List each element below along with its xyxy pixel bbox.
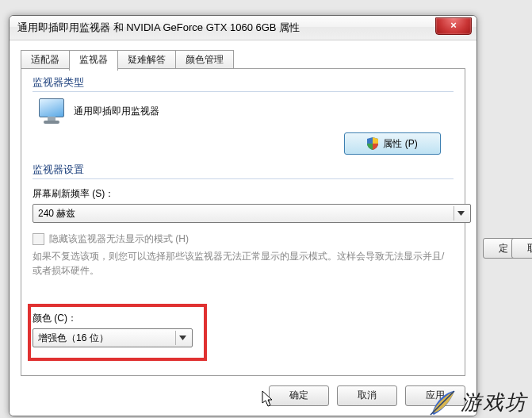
tab-color-management[interactable]: 颜色管理 [175, 50, 234, 69]
chevron-down-icon [454, 206, 468, 221]
cancel-button[interactable]: 取消 [337, 385, 397, 406]
watermark-text: 游戏坊 [461, 389, 527, 416]
background-button-set-label: 定 [499, 243, 508, 254]
dialog-title: 通用即插即用监视器 和 NVIDIA GeForce GTX 1060 6GB … [17, 21, 300, 35]
refresh-rate-combo[interactable]: 240 赫兹 [33, 204, 471, 223]
color-depth-label: 颜色 (C)： [33, 312, 454, 325]
hide-modes-checkbox[interactable] [33, 233, 44, 245]
hide-modes-label: 隐藏该监视器无法显示的模式 (H) [49, 232, 189, 246]
tab-adapter[interactable]: 适配器 [21, 50, 70, 69]
cancel-button-label: 取消 [358, 389, 377, 401]
background-button-cancel[interactable]: 取 [511, 238, 532, 259]
titlebar[interactable]: 通用即插即用监视器 和 NVIDIA GeForce GTX 1060 6GB … [10, 16, 477, 40]
color-depth-value: 增强色（16 位） [38, 332, 109, 345]
monitor-icon [37, 97, 66, 125]
tab-troubleshoot[interactable]: 疑难解答 [117, 50, 176, 69]
properties-dialog: 通用即插即用监视器 和 NVIDIA GeForce GTX 1060 6GB … [9, 15, 477, 416]
tab-adapter-label: 适配器 [31, 54, 59, 65]
dialog-client-area: 适配器 监视器 疑难解答 颜色管理 监视器类型 通用即插即用 [10, 40, 477, 416]
monitor-name: 通用即插即用监视器 [74, 105, 159, 118]
uac-shield-icon [367, 137, 378, 150]
color-depth-combo[interactable]: 增强色（16 位） [33, 328, 193, 347]
ok-button[interactable]: 确定 [269, 385, 329, 406]
ok-button-label: 确定 [289, 389, 308, 401]
properties-button-label: 属性 (P) [383, 137, 417, 151]
background-button-cancel-label: 取 [527, 243, 532, 254]
hide-modes-hint: 如果不复选该项，则您可以选择那些该监视器无法正常显示的显示模式。这样会导致无法显… [33, 249, 454, 278]
tab-body: 监视器类型 通用即插即用监视器 属性 (P) 监视器设置 [21, 68, 465, 376]
close-button[interactable]: × [435, 17, 472, 35]
watermark: 游戏坊 [429, 389, 527, 416]
refresh-rate-value: 240 赫兹 [38, 207, 75, 221]
tab-monitor[interactable]: 监视器 [69, 50, 118, 71]
group-monitor-settings-separator [33, 178, 454, 179]
chevron-down-icon [175, 331, 189, 345]
tab-color-management-label: 颜色管理 [186, 54, 224, 65]
properties-button[interactable]: 属性 (P) [344, 132, 441, 155]
tab-troubleshoot-label: 疑难解答 [128, 54, 166, 65]
tabstrip: 适配器 监视器 疑难解答 颜色管理 [21, 50, 233, 69]
group-monitor-type-separator [33, 91, 454, 92]
close-icon: × [450, 19, 457, 31]
refresh-rate-label: 屏幕刷新频率 (S)： [33, 187, 454, 201]
group-monitor-settings-title: 监视器设置 [33, 163, 454, 177]
group-monitor-type-title: 监视器类型 [33, 75, 454, 90]
tab-monitor-label: 监视器 [79, 54, 108, 65]
feather-icon [429, 389, 456, 416]
